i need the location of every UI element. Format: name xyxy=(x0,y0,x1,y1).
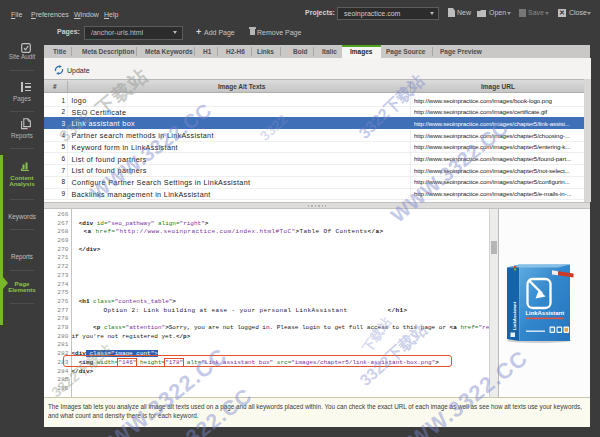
svg-text:LinkAssistant: LinkAssistant xyxy=(526,310,565,316)
svg-text:LinkAssistant: LinkAssistant xyxy=(512,301,517,330)
